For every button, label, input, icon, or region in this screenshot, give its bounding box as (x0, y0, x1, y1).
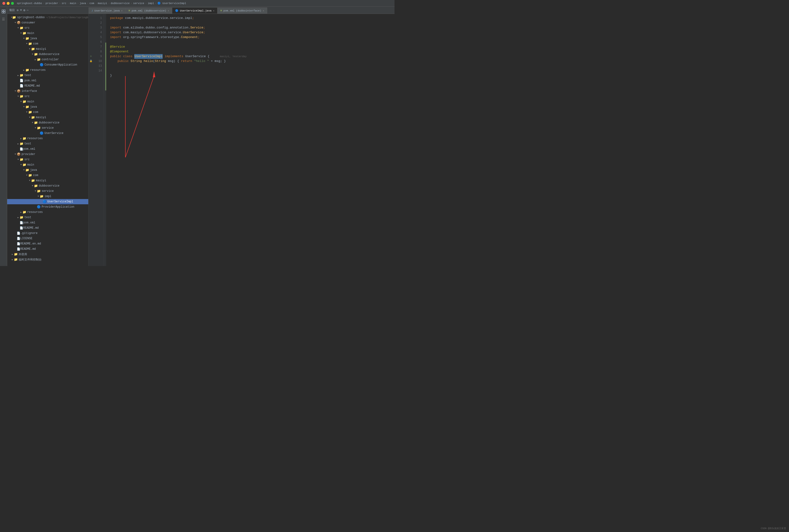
tree-label-consumer: consumer (21, 21, 35, 24)
tree-item-consumer-com[interactable]: ▼ 📁 com (7, 41, 88, 46)
tree-item-interface-test[interactable]: ▶ 📁 test (7, 141, 88, 146)
minimize-button[interactable] (7, 2, 10, 5)
gutter-13 (89, 73, 93, 78)
tab-userservice-java[interactable]: J UserService.java ✕ (89, 7, 126, 14)
tree-item-consumer-masiyi[interactable]: ▼ 📁 masiyi (7, 46, 88, 52)
tree-label-interface-dubboservice: dubboservice (39, 121, 59, 125)
gutter: ⊙ 🔒 1 2 3 4 5 6 7 8 9 10 (89, 14, 105, 266)
close-button[interactable] (2, 2, 5, 5)
structure-icon[interactable]: ☰ (1, 16, 6, 22)
tree-item-consumer-pom[interactable]: 📄 pom.xml (7, 78, 88, 83)
project-icon[interactable] (1, 8, 6, 14)
tree-item-interface-pom[interactable]: 📄 pom.xml (7, 146, 88, 152)
tree-item-interface-java[interactable]: ▼ 📁 java (7, 104, 88, 110)
tree-item-provider-readme[interactable]: 📄 README.md (7, 225, 88, 231)
tree-item-provider-app[interactable]: 🔵 ProviderApplication (7, 204, 88, 210)
param-msg: msg (168, 59, 173, 64)
tree-label-readme-en: README.en.md (20, 242, 41, 245)
tab-pom-dubboservice[interactable]: M pom.xml (dubboservice) ✕ (126, 7, 172, 14)
gutter-10: 🔒 (89, 59, 93, 64)
breadcrumb-impl: impl (148, 2, 154, 5)
gutter-6 (89, 40, 93, 44)
tree-label-consumer-main: main (27, 32, 34, 35)
tree-label-provider-resources: resources (27, 210, 43, 214)
line-num-1: 1 (93, 16, 102, 21)
tree-item-provider-pom[interactable]: 📄 pom.xml (7, 220, 88, 225)
tree-item-license[interactable]: 📄 LICENSE (7, 236, 88, 241)
tab-close-userimpl[interactable]: ✕ (213, 9, 214, 12)
tree-label-provider-dubboservice: dubboservice (39, 184, 59, 188)
semicolon-3: ; (203, 25, 205, 30)
tree-item-provider-service[interactable]: ▼ 📁 service (7, 189, 88, 194)
tree-item-interface-resources[interactable]: ▶ 📁 resources (7, 136, 88, 141)
maximize-button[interactable] (11, 2, 14, 5)
tree-item-provider-java[interactable]: ▼ 📁 java (7, 168, 88, 173)
tree-item-external-libs[interactable]: ▶ 📁 外部库 (7, 252, 88, 257)
tab-close-userservice[interactable]: ✕ (121, 9, 123, 12)
tree-item-readme-en[interactable]: 📄 README.en.md (7, 241, 88, 246)
tree-item-provider-impl[interactable]: ▼ 📁 impl (7, 194, 88, 199)
tree-item-provider-com[interactable]: ▼ 📁 com (7, 173, 88, 178)
tree-item-gitignore[interactable]: 📄 .gitignore (7, 231, 88, 236)
tree-label-provider-masiyi: masiyi (36, 179, 46, 182)
kw-public-2: public (117, 59, 129, 64)
tree-item-interface-com[interactable]: ▼ 📁 com (7, 110, 88, 115)
tree-item-consumer-resources[interactable]: ▶ 📁 resources (7, 68, 88, 73)
tab-pom-dubbointerface[interactable]: M pom.xml (dubbointerface) ✕ (218, 7, 267, 14)
minus-icon[interactable]: — (26, 8, 29, 12)
tree-item-consumer-src[interactable]: ▼ 📁 src (7, 25, 88, 31)
src-folder-icon: 📁 (20, 26, 23, 30)
tab-close-pom-dubbointerface[interactable]: ✕ (263, 9, 264, 12)
tab-close-pom-dubboservice[interactable]: ✕ (168, 9, 169, 12)
locate-icon[interactable]: ⊙ (17, 8, 19, 12)
consumer-app-icon: 🔵 (40, 63, 43, 67)
tree-item-interface-masiyi[interactable]: ▼ 📁 masiyi (7, 115, 88, 120)
tree-label-interface-test: test (24, 142, 31, 146)
breadcrumb-com: com (90, 2, 94, 5)
tree-item-userimpl[interactable]: 🔵 UserServiceImpl (7, 199, 88, 204)
tree-item-interface-main[interactable]: ▼ 📁 main (7, 99, 88, 104)
tree-label-interface-masiyi: masiyi (36, 116, 46, 119)
tree-item-root[interactable]: ▼ 📁 springboot-dubbo ~/IdeaProjects/demo… (7, 15, 88, 20)
svg-rect-0 (2, 10, 3, 11)
tree-item-interface-service[interactable]: ▼ 📁 service (7, 125, 88, 131)
tree-item-consumer-dubboservice[interactable]: ▼ 📁 dubboservice (7, 52, 88, 57)
code-line-11 (110, 64, 391, 69)
controller-folder-icon: 📁 (37, 58, 41, 61)
tree-item-provider-dubboservice[interactable]: ▼ 📁 dubboservice (7, 183, 88, 189)
tree-item-consumer-app[interactable]: 🔵 ConsumerApplication (7, 62, 88, 68)
gutter-1 (89, 16, 93, 21)
line-num-13: 13 (93, 64, 102, 69)
tree-item-interface-src[interactable]: ▼ 📁 src (7, 94, 88, 99)
tree-item-interface-dubboservice[interactable]: ▼ 📁 dubboservice (7, 120, 88, 125)
tree-item-interface[interactable]: ▼ 📦 interface (7, 89, 88, 94)
tree-item-readme-cn[interactable]: 📄 README.md (7, 246, 88, 252)
breadcrumb-src: src (62, 2, 67, 5)
tree-item-controller[interactable]: ▶ 📁 controller (7, 57, 88, 62)
tab-userimpl-java[interactable]: 🔵 UserServiceImpl.java ✕ (172, 7, 218, 14)
tree-item-consumer-readme[interactable]: 📄 README.md (7, 83, 88, 89)
tree-item-provider-main[interactable]: ▼ 📁 main (7, 162, 88, 168)
tree-item-provider-src[interactable]: ▼ 📁 src (7, 157, 88, 162)
tree-item-provider-test[interactable]: ▶ 📁 test (7, 215, 88, 220)
toolbar-icons: ⊙ ≡ ⚙ — (17, 8, 29, 12)
gutter-4 (89, 30, 93, 35)
code-line-7: @Service (110, 44, 391, 49)
tree-item-provider-masiyi[interactable]: ▼ 📁 masiyi (7, 178, 88, 183)
tree-item-provider-resources[interactable]: ▶ 📁 resources (7, 210, 88, 215)
tree-item-userservice[interactable]: 🔵 UserService (7, 131, 88, 136)
tree-item-consumer[interactable]: ▼ 📦 consumer (7, 20, 88, 25)
param-type: String (155, 59, 166, 64)
tree-item-provider[interactable]: ▼ 📦 provider (7, 152, 88, 157)
settings-icon[interactable]: ⚙ (23, 8, 25, 12)
test-folder-icon: 📁 (20, 73, 23, 77)
tree-item-scratch[interactable]: ▶ 📁 临时文件和控制台 (7, 257, 88, 262)
expand-icon[interactable]: ≡ (20, 8, 22, 12)
module-icon: 📦 (17, 21, 21, 25)
breadcrumb: springboot-dubbo › provider › src › main… (17, 2, 186, 5)
tree-item-consumer-java[interactable]: ▼ 📁 java (7, 36, 88, 41)
tree-item-consumer-test[interactable]: ▶ 📁 test (7, 73, 88, 78)
tree-item-consumer-main[interactable]: ▼ 📁 main (7, 31, 88, 36)
code-lines[interactable]: package com.masiyi.dubboservice.service.… (106, 14, 394, 266)
annotation-component: @Component (110, 49, 129, 54)
